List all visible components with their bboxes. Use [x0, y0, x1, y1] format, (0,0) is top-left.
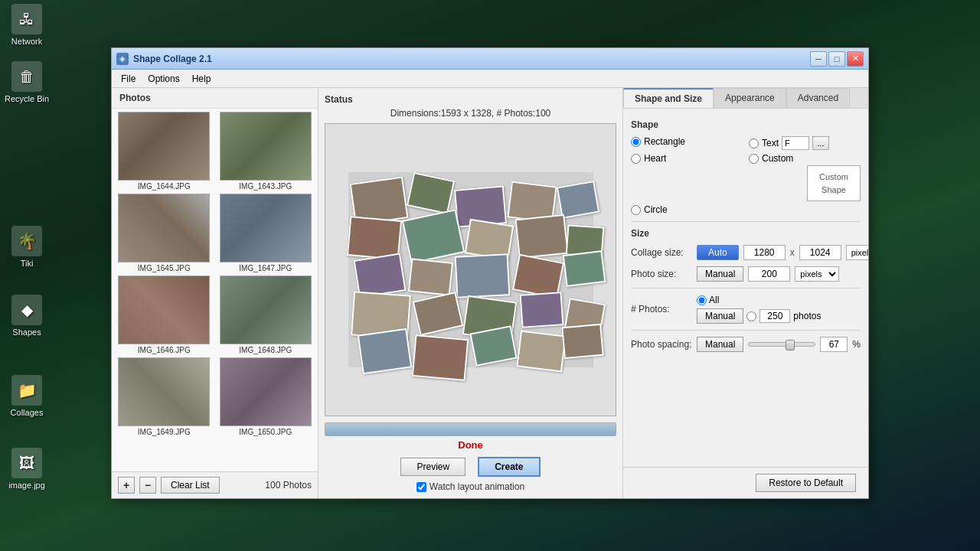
photo-size-manual-button[interactable]: Manual	[697, 266, 743, 282]
photo-thumb	[118, 194, 210, 262]
photos-footer: + − Clear List 100 Photos	[112, 471, 318, 498]
create-button[interactable]: Create	[478, 457, 540, 477]
collage-tile	[519, 292, 564, 328]
dimensions-text: Dimensions:1593 x 1328, # Photos:100	[325, 108, 616, 119]
photos-count-input[interactable]	[760, 309, 790, 323]
list-item[interactable]: IMG_1643.JPG	[217, 112, 315, 191]
icon-img: 🗑	[11, 61, 42, 92]
desktop-icon-tiki[interactable]: 🌴 Tiki	[0, 226, 54, 268]
close-button[interactable]: ✕	[847, 51, 864, 67]
spacing-section: Photo spacing: Manual %	[631, 337, 861, 352]
photo-thumb	[220, 276, 312, 344]
shape-heart-label: Heart	[644, 153, 666, 164]
remove-photo-button[interactable]: −	[139, 477, 156, 494]
icon-label: Shapes	[12, 328, 41, 337]
photo-thumb	[220, 357, 312, 426]
icon-label: Tiki	[21, 259, 34, 268]
list-item[interactable]: IMG_1645.JPG	[115, 194, 214, 272]
photo-thumb	[220, 194, 312, 262]
menu-file[interactable]: File	[115, 72, 142, 86]
shape-custom-radio[interactable]	[749, 154, 759, 164]
menu-options[interactable]: Options	[142, 72, 185, 86]
shape-rectangle-radio[interactable]	[631, 137, 641, 147]
desktop-icon-collages[interactable]: 📁 Collages	[0, 375, 54, 417]
photo-thumb	[118, 276, 210, 344]
desktop-icon-network[interactable]: 🖧 Network	[0, 4, 54, 46]
custom-shape-box: CustomShape	[807, 165, 861, 201]
desktop-icon-recycle[interactable]: 🗑 Recycle Bin	[0, 61, 54, 103]
collage-tile	[514, 214, 568, 259]
maximize-button[interactable]: □	[828, 51, 845, 67]
shape-text-label: Text	[762, 138, 779, 148]
icon-label: Recycle Bin	[5, 94, 49, 103]
spacing-manual-button[interactable]: Manual	[697, 337, 743, 352]
restore-button[interactable]: Restore to Default	[756, 474, 856, 492]
shape-text-radio[interactable]	[749, 139, 759, 148]
height-input[interactable]	[799, 245, 841, 260]
photo-label: IMG_1644.JPG	[138, 182, 191, 191]
list-item[interactable]: IMG_1648.JPG	[217, 276, 315, 354]
collage-tile	[556, 181, 599, 219]
minimize-button[interactable]: ─	[810, 51, 827, 67]
photos-count-radio[interactable]	[746, 311, 756, 321]
photos-grid: IMG_1644.JPG IMG_1643.JPG IMG_1645.JPG I…	[115, 112, 315, 436]
x-separator: x	[790, 247, 795, 258]
status-header: Status	[325, 94, 616, 105]
icon-label: Network	[11, 37, 42, 46]
list-item[interactable]: IMG_1644.JPG	[115, 112, 214, 191]
watch-checkbox[interactable]	[416, 482, 426, 492]
desktop-icon-image[interactable]: 🖼 image.jpg	[0, 448, 54, 490]
list-item[interactable]: IMG_1650.JPG	[217, 357, 315, 436]
photo-thumb	[118, 357, 210, 426]
photo-thumb	[220, 112, 312, 181]
right-panel: Shape and Size Appearance Advanced Shape…	[623, 88, 868, 498]
desktop-icon-shapes[interactable]: ◆ Shapes	[0, 295, 54, 337]
text-shape-input[interactable]	[782, 136, 809, 150]
photo-unit-select[interactable]: pixels inches cm	[795, 266, 839, 282]
progress-bar	[325, 422, 616, 436]
width-input[interactable]	[743, 245, 786, 260]
spacing-value-input[interactable]	[820, 337, 848, 352]
add-photo-button[interactable]: +	[118, 477, 135, 494]
icon-img: 🖧	[11, 4, 42, 34]
tab-advanced[interactable]: Advanced	[786, 88, 850, 108]
shape-section-title: Shape	[631, 119, 861, 130]
photos-manual-option: Manual photos	[697, 308, 821, 324]
preview-area	[325, 123, 616, 416]
shape-heart-radio[interactable]	[631, 154, 641, 164]
icon-img: 📁	[11, 375, 42, 406]
app-icon: ◈	[116, 53, 129, 65]
clear-list-button[interactable]: Clear List	[161, 477, 220, 494]
auto-button[interactable]: Auto	[697, 245, 739, 260]
collage-tile	[411, 334, 469, 381]
photos-grid-container[interactable]: IMG_1644.JPG IMG_1643.JPG IMG_1645.JPG I…	[112, 109, 318, 471]
shape-circle-radio[interactable]	[631, 205, 641, 215]
photo-thumb	[118, 112, 210, 181]
size-unit-select[interactable]: pixels inches cm	[846, 245, 868, 260]
photo-size-input[interactable]	[748, 266, 790, 282]
tab-appearance[interactable]: Appearance	[714, 88, 786, 108]
icon-img: 🌴	[11, 226, 42, 256]
slider-thumb	[786, 340, 795, 350]
collage-tile	[357, 328, 412, 375]
photo-label: IMG_1650.JPG	[239, 428, 292, 436]
middle-panel: Status Dimensions:1593 x 1328, # Photos:…	[318, 88, 623, 498]
icon-img: 🖼	[11, 448, 42, 478]
bottom-controls: Preview Create	[325, 457, 616, 477]
list-item[interactable]: IMG_1647.JPG	[217, 194, 315, 272]
main-dialog: ◈ Shape Collage 2.1 ─ □ ✕ File Options H…	[111, 47, 869, 499]
text-shape-ellipsis-button[interactable]: ...	[812, 136, 829, 150]
list-item[interactable]: IMG_1649.JPG	[115, 357, 214, 436]
shape-heart-row: Heart	[631, 153, 743, 164]
spacing-label: Photo spacing:	[631, 339, 692, 350]
spacing-slider[interactable]	[748, 342, 815, 347]
photos-all-radio[interactable]	[697, 295, 707, 305]
photos-count-label: # Photos:	[631, 304, 692, 315]
collage-tile	[561, 324, 603, 359]
preview-button[interactable]: Preview	[400, 458, 466, 476]
menu-help[interactable]: Help	[186, 72, 217, 86]
list-item[interactable]: IMG_1646.JPG	[115, 276, 214, 354]
photos-count-manual-button[interactable]: Manual	[697, 308, 743, 324]
tab-shape-size[interactable]: Shape and Size	[623, 88, 714, 108]
icon-label: Collages	[11, 408, 44, 417]
